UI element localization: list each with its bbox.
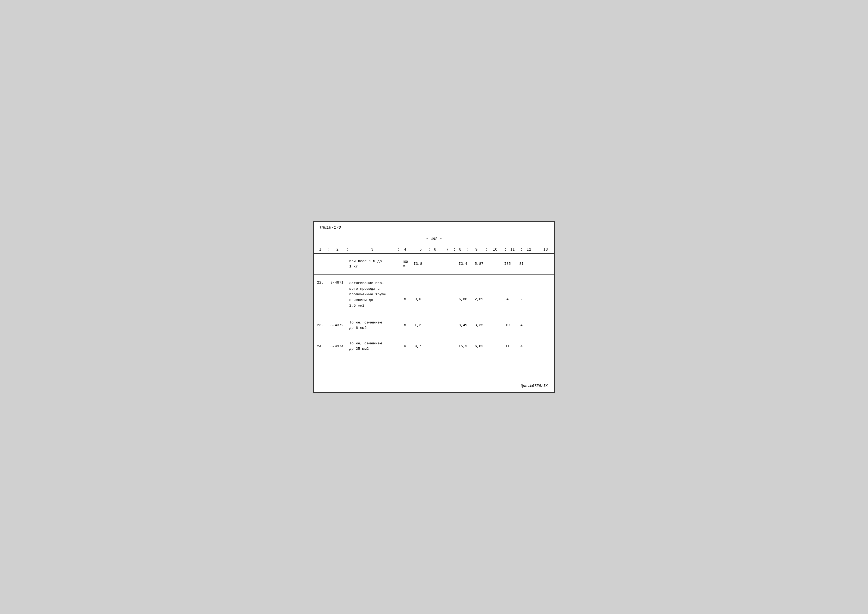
- col-sep-2: :: [345, 247, 348, 252]
- cell-unit-1: м: [399, 281, 411, 301]
- cell-v10-2: 3,35: [471, 323, 487, 327]
- col-sep-1: :: [327, 247, 330, 252]
- col-sep-3: :: [397, 247, 399, 252]
- table-row: 23. 8-4372 То же, сечением до 6 мм2 м I,…: [314, 315, 554, 336]
- cell-desc-0: при весе 1 м до 1 кг: [348, 259, 397, 270]
- footer-inventory: Цнв.№6756/IХ: [521, 384, 548, 388]
- table-body: при весе 1 м до 1 кг 100 м. I3,8 I3,4 5,…: [314, 254, 554, 360]
- col-sep-4: :: [411, 247, 414, 252]
- cell-v12-1: 4: [501, 281, 515, 301]
- page-number: - 58 -: [314, 233, 554, 245]
- column-headers: I : 2 : 3 : 4 : 5 : 6 : 7 : 8 : 9: [314, 245, 554, 254]
- document-page: ТП816-178 - 58 - I : 2 : 3 : 4 : 5 : 6 :…: [313, 222, 555, 393]
- cell-desc-1: Затягивание пер- вого провода в проложен…: [348, 281, 397, 309]
- cell-v13-3: 4: [515, 344, 529, 349]
- col-header-3: 3: [348, 247, 397, 252]
- col-header-12: I2: [522, 247, 536, 252]
- cell-v9-2: 8,49: [455, 323, 471, 327]
- table-row: 22. 8-487I Затягивание пер- вого провода…: [314, 275, 554, 315]
- col-header-4: 4: [399, 247, 411, 252]
- cell-num-3: 24.: [314, 344, 327, 349]
- cell-unit-3: м: [399, 344, 411, 349]
- cell-desc-2: То же, сечением до 6 мм2: [348, 320, 397, 331]
- cell-num-2: 23.: [314, 323, 327, 327]
- cell-v13-0: 8I: [515, 262, 529, 266]
- cell-v12-2: IO: [501, 323, 515, 327]
- cell-v10-3: 6,03: [471, 344, 487, 349]
- cell-v9-1: 6,86: [455, 281, 471, 301]
- col-header-13: I3: [538, 247, 552, 252]
- cell-v12-3: II: [501, 344, 515, 349]
- col-header-9: 9: [468, 247, 484, 252]
- col-header-5: 5: [414, 247, 428, 252]
- col-header-6: 6: [430, 247, 440, 252]
- cell-code-1: 8-487I: [330, 281, 345, 285]
- col-header-10: IO: [487, 247, 503, 252]
- table-row: 24. 8-4374 То же, сечением до 25 мм2 м 0…: [314, 336, 554, 357]
- table-row: при весе 1 м до 1 кг 100 м. I3,8 I3,4 5,…: [314, 254, 554, 275]
- doc-id: ТП816-178: [319, 225, 341, 230]
- cell-desc-3: То же, сечением до 25 мм2: [348, 341, 397, 352]
- col-header-2: 2: [330, 247, 345, 252]
- col-header-11: II: [506, 247, 519, 252]
- cell-v9-0: I3,4: [455, 262, 471, 266]
- cell-code-3: 8-4374: [330, 344, 345, 349]
- cell-unit-2: м: [399, 323, 411, 327]
- col-header-7: 7: [443, 247, 452, 252]
- cell-v12-0: I85: [501, 262, 515, 266]
- cell-v13-2: 4: [515, 323, 529, 327]
- cell-unit-0: 100 м.: [399, 260, 411, 268]
- cell-v5-2: I,2: [411, 323, 425, 327]
- cell-v5-1: 0,6: [411, 281, 425, 301]
- cell-v5-3: 0,7: [411, 344, 425, 349]
- cell-v10-1: 2,69: [471, 281, 487, 301]
- col-header-8: 8: [455, 247, 466, 252]
- cell-v9-3: I5,3: [455, 344, 471, 349]
- cell-code-2: 8-4372: [330, 323, 345, 327]
- page-header: ТП816-178: [314, 222, 554, 233]
- col-header-1: I: [314, 247, 327, 252]
- cell-v5-0: I3,8: [411, 262, 425, 266]
- cell-v13-1: 2: [515, 281, 529, 301]
- cell-v10-0: 5,87: [471, 262, 487, 266]
- cell-num-1: 22.: [314, 281, 327, 285]
